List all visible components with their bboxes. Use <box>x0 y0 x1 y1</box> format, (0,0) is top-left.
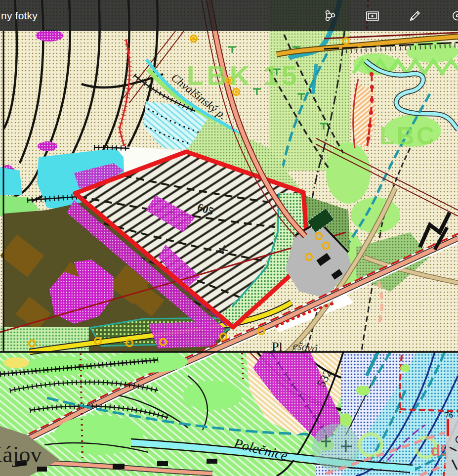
photo-viewer-toolbar: ny fotky <box>0 0 458 31</box>
share-icon[interactable] <box>322 7 338 24</box>
label-lbk15: LBK 15 <box>187 60 300 91</box>
edit-pencil-icon[interactable] <box>407 7 423 24</box>
label-lbc: LBC <box>379 122 436 150</box>
label-76: 76 <box>445 410 453 420</box>
label-road-fragment: Pl <box>272 340 283 354</box>
toolbar-icons <box>322 0 458 31</box>
photo-viewer-window: d5 Č LBK 15 LBC Chvalšinský p. 605 532 P… <box>0 0 458 476</box>
edge-fragment-label: Č <box>453 435 458 443</box>
label-town: Kájov <box>0 442 42 467</box>
slideshow-icon[interactable] <box>364 7 381 24</box>
toolbar-title: ny fotky <box>1 10 38 22</box>
map-photo[interactable]: d5 Č LBK 15 LBC Chvalšinský p. 605 532 P… <box>0 0 458 476</box>
rotate-icon[interactable] <box>449 7 458 24</box>
